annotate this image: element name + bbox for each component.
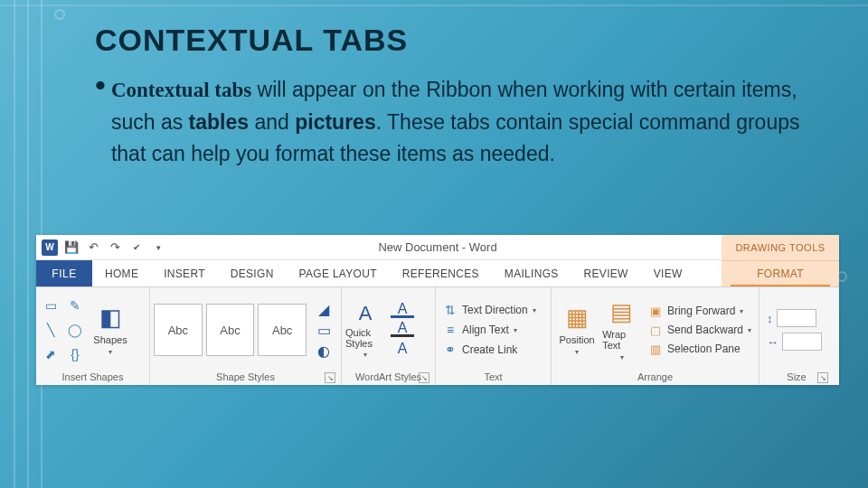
document-title: New Document - Word (378, 240, 496, 254)
group-label: Insert Shapes (40, 369, 146, 385)
position-icon: ▦ (566, 304, 589, 332)
send-backward-icon: ▢ (648, 324, 663, 337)
shapes-gallery-icon: ◧ (99, 304, 122, 332)
bring-forward-label: Bring Forward (667, 305, 735, 317)
redo-icon[interactable]: ↷ (107, 239, 123, 256)
align-text-label: Align Text (462, 324, 509, 336)
shape-fill-icon[interactable]: ◢ (312, 301, 335, 318)
shapes-button-label: Shapes (93, 334, 127, 345)
wrap-text-button[interactable]: ▤ Wrap Text ▾ (602, 295, 641, 365)
shape-oval-icon[interactable]: ◯ (64, 319, 86, 341)
dropdown-icon: ▾ (108, 348, 112, 356)
undo-icon[interactable]: ↶ (85, 239, 101, 256)
tab-review[interactable]: REVIEW (571, 260, 641, 286)
position-button[interactable]: ▦ Position ▾ (555, 295, 599, 365)
dialog-launcher-icon[interactable]: ↘ (817, 372, 828, 383)
dialog-launcher-icon[interactable]: ↘ (419, 372, 429, 383)
send-backward-label: Send Backward (667, 324, 743, 336)
shape-edit-icon[interactable]: ✎ (64, 295, 86, 316)
shape-style-preset[interactable]: Abc (258, 304, 307, 356)
tab-mailings[interactable]: MAILINGS (492, 260, 571, 286)
text-fill-icon[interactable]: A (391, 303, 414, 318)
width-field[interactable]: ↔ (767, 333, 822, 351)
wordart-tools: A A A (389, 299, 416, 361)
group-wordart-styles: A Quick Styles ▾ A A A WordArt Styles ↘ (342, 287, 436, 385)
align-text-button[interactable]: ≡Align Text▾ (443, 323, 536, 337)
text-effects-icon[interactable]: A (391, 341, 414, 357)
tab-format[interactable]: FORMAT (722, 260, 839, 286)
wordart-a-icon: A (359, 302, 373, 325)
save-icon[interactable]: 💾 (63, 239, 80, 256)
width-icon: ↔ (767, 335, 778, 349)
dropdown-icon: ▾ (533, 306, 536, 314)
dropdown-icon: ▾ (363, 351, 367, 359)
dialog-launcher-icon[interactable]: ↘ (325, 372, 335, 383)
quick-access-toolbar: W 💾 ↶ ↷ ✔ ▾ (36, 239, 166, 256)
bullet-text: Contextual tabs will appear on the Ribbo… (111, 74, 832, 171)
shapes-button[interactable]: ◧ Shapes ▾ (90, 295, 131, 365)
selection-pane-button[interactable]: ▥Selection Pane (648, 343, 751, 356)
group-shape-styles: Abc Abc Abc ◢ ▭ ◐ Shape Styles ↘ (150, 287, 342, 385)
dropdown-icon: ▾ (620, 353, 624, 361)
group-label-text: Shape Styles (216, 371, 275, 382)
bring-forward-icon: ▣ (648, 305, 663, 318)
dropdown-icon: ▾ (514, 326, 517, 334)
quick-styles-button[interactable]: A Quick Styles ▾ (345, 302, 385, 359)
create-link-button[interactable]: ⚭Create Link (443, 343, 536, 357)
quick-styles-label: Quick Styles (345, 327, 385, 349)
group-label: Size ↘ (763, 369, 830, 385)
decoration-line (14, 0, 15, 488)
group-size: ↕ ↔ Size ↘ (760, 287, 834, 385)
shape-outline-icon[interactable]: ▭ (312, 322, 335, 339)
bullet-lead: Contextual tabs (111, 79, 251, 101)
tab-view[interactable]: VIEW (641, 260, 695, 286)
height-field[interactable]: ↕ (767, 309, 822, 327)
word-app-icon[interactable]: W (42, 239, 58, 256)
shape-arrow-icon[interactable]: ⬈ (40, 343, 61, 365)
tab-references[interactable]: REFERENCES (390, 260, 492, 286)
bullet-marker: • (95, 74, 106, 96)
word-ribbon-screenshot: W 💾 ↶ ↷ ✔ ▾ New Document - Word DRAWING … (36, 235, 839, 385)
decoration-line (0, 5, 868, 6)
group-arrange: ▦ Position ▾ ▤ Wrap Text ▾ ▣Bring Forwar… (552, 287, 760, 385)
height-icon: ↕ (767, 312, 773, 325)
slide-title: CONTEXTUAL TABS (95, 23, 832, 58)
ribbon-tabs: FILE HOME INSERT DESIGN PAGE LAYOUT REFE… (36, 260, 839, 287)
shape-textbox-icon[interactable]: ▭ (40, 295, 61, 316)
customize-qat-icon[interactable]: ▾ (150, 239, 166, 256)
shapes-gallery[interactable]: ▭ ✎ ╲ ◯ ⬈ {} (40, 295, 86, 365)
shape-style-tools: ◢ ▭ ◐ (310, 297, 337, 363)
title-bar: W 💾 ↶ ↷ ✔ ▾ New Document - Word DRAWING … (36, 235, 839, 260)
position-label: Position (560, 334, 595, 345)
send-backward-button[interactable]: ▢Send Backward▾ (648, 324, 751, 337)
spellcheck-icon[interactable]: ✔ (128, 239, 145, 256)
text-direction-icon: ⇅ (443, 303, 458, 317)
width-input[interactable] (782, 333, 822, 351)
decoration-ring (54, 9, 65, 20)
shape-style-preset[interactable]: Abc (206, 304, 255, 356)
shape-line-icon[interactable]: ╲ (40, 319, 61, 341)
text-direction-label: Text Direction (462, 304, 528, 316)
shape-brace-icon[interactable]: {} (64, 343, 86, 365)
bring-forward-button[interactable]: ▣Bring Forward▾ (648, 305, 751, 318)
height-input[interactable] (777, 309, 816, 327)
decoration-line (27, 0, 29, 488)
style-preview-text: Abc (168, 324, 188, 337)
tab-design[interactable]: DESIGN (218, 260, 287, 286)
text-direction-button[interactable]: ⇅Text Direction▾ (443, 303, 536, 317)
dropdown-icon: ▾ (740, 307, 743, 315)
shape-style-preset[interactable]: Abc (154, 304, 203, 356)
tab-home[interactable]: HOME (92, 260, 151, 286)
dropdown-icon: ▾ (575, 348, 579, 356)
tab-file[interactable]: FILE (36, 260, 92, 286)
group-label: Shape Styles ↘ (154, 369, 337, 385)
bullet-bold: pictures (295, 110, 375, 134)
ribbon-body: ▭ ✎ ╲ ◯ ⬈ {} ◧ Shapes ▾ Insert Shapes Ab… (36, 287, 839, 385)
tab-page-layout[interactable]: PAGE LAYOUT (287, 260, 390, 286)
text-outline-icon[interactable]: A (391, 322, 414, 337)
bullet-bold: tables (189, 110, 249, 134)
shape-effects-icon[interactable]: ◐ (312, 343, 335, 360)
dropdown-icon: ▾ (748, 326, 751, 334)
style-preview-text: Abc (272, 324, 292, 337)
tab-insert[interactable]: INSERT (151, 260, 218, 286)
